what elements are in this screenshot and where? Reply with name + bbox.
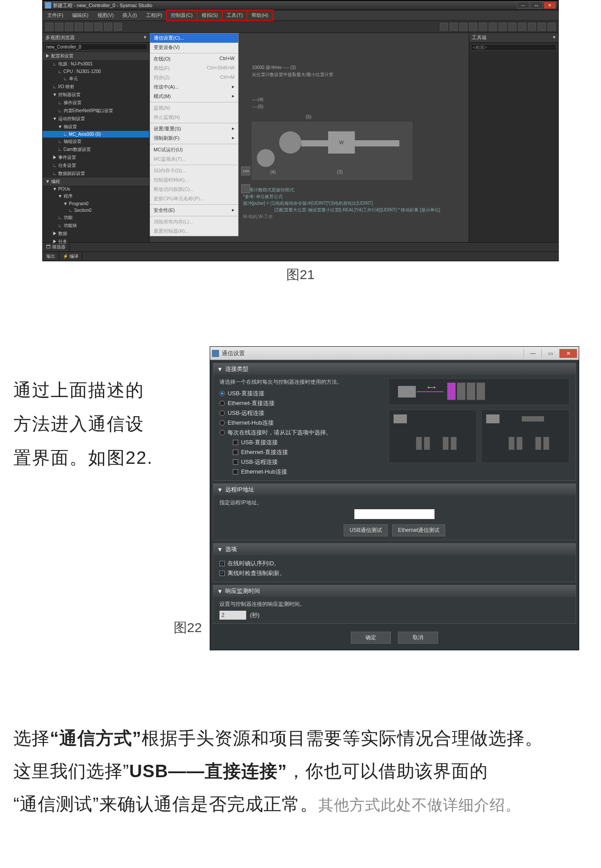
tree-motion[interactable]: ▼ 运动控制设置 (43, 115, 149, 123)
tree-tasks[interactable]: ▶ 任务 (43, 238, 149, 246)
panel-collapse-icon[interactable]: ▾ (553, 34, 556, 41)
toolbar-btn[interactable] (450, 23, 458, 31)
tree-power[interactable]: ∟ 电源 : NJ-Px3001 (43, 60, 149, 68)
tree-axisset[interactable]: ▼ 轴设置 (43, 123, 149, 131)
toolbar-btn[interactable] (538, 23, 546, 31)
menu-online[interactable]: 在线(O)Ctrl+W (150, 54, 238, 64)
toolbar-btn[interactable] (85, 23, 93, 31)
menu-insert[interactable]: 插入(I) (118, 10, 141, 20)
tree-cpu[interactable]: ∟ CPU : NJ301-1200 (43, 68, 149, 75)
check-usb-direct[interactable]: USB-直接连接 (233, 438, 380, 447)
tree-cam[interactable]: ∟ Cam数据设置 (43, 146, 149, 154)
toolbar-btn[interactable] (508, 23, 516, 31)
tree-eip[interactable]: ∟ 内置EtherNet/IP端口设置 (43, 107, 149, 115)
menu-transfer[interactable]: 传送中(A)...▸ (150, 82, 238, 92)
close-button[interactable]: ✕ (559, 349, 577, 358)
toolbar-btn[interactable] (479, 23, 487, 31)
radio-each-time[interactable]: 每次在线连接时，请从以下选项中选择。 (219, 428, 380, 438)
menu-change-device[interactable]: 变更设备(V) (150, 43, 238, 52)
toolbox-search[interactable] (471, 44, 556, 51)
close-button[interactable]: ✕ (544, 2, 556, 9)
menu-reset-ctrl: 重置控制器(R)... (150, 227, 238, 236)
tree-unit[interactable]: ∟ 单元 (43, 75, 149, 83)
toolbar-btn[interactable] (45, 23, 53, 31)
tree-config[interactable]: ▶ 配置和设置 (43, 52, 149, 60)
radio-usb-remote[interactable]: USB-远程连接 (219, 408, 380, 418)
toolbar-btn[interactable] (440, 23, 448, 31)
menu-simulation[interactable]: 模拟(S) (197, 10, 223, 20)
toolbar-btn[interactable] (459, 23, 467, 31)
ethernet-test-button[interactable]: Ethernet通信测试 (392, 524, 445, 536)
menu-comm-settings[interactable]: 通信设置(C)... (150, 33, 238, 43)
toolbar-btn[interactable] (499, 23, 507, 31)
tree-io[interactable]: ∟ I/O 映射 (43, 83, 149, 91)
toolbar-btn[interactable] (104, 23, 112, 31)
menu-file[interactable]: 文件(F) (43, 10, 68, 20)
sysmac-studio-window: 新建工程 - new_Controller_0 - Sysmac Studio … (42, 0, 559, 261)
menu-view[interactable]: 视图(V) (93, 10, 118, 20)
radio-eth-hub[interactable]: Ethernet-Hub连接 (219, 418, 380, 428)
check-confirm-serial[interactable]: 在线时确认序列ID。 (219, 559, 569, 568)
minimize-button[interactable]: — (524, 349, 541, 358)
toolbar-btn[interactable] (75, 23, 83, 31)
menu-mc-testrun[interactable]: MC试运行(U) (150, 145, 238, 154)
tree-event[interactable]: ▶ 事件设置 (43, 154, 149, 162)
menu-controller[interactable]: 控制器(C) (166, 10, 197, 20)
radio-usb-direct[interactable]: USB-直接连接 (219, 389, 380, 398)
menu-safety[interactable]: 安全性(E)▸ (150, 206, 238, 215)
menu-help[interactable]: 帮助(H) (247, 10, 272, 20)
toolbar-btn[interactable] (55, 23, 63, 31)
tree-axisgrp[interactable]: ∟ 轴组设置 (43, 138, 149, 146)
cancel-button[interactable]: 取消 (398, 632, 438, 644)
tree-pous[interactable]: ▼ POUs (43, 186, 149, 192)
maximize-button[interactable]: ▭ (530, 2, 543, 9)
tree-programming[interactable]: ▼ 编程 (43, 178, 149, 186)
toolbar (43, 21, 558, 33)
ip-info: 指定远程IP地址。 (219, 499, 569, 507)
toolbar-btn[interactable] (528, 23, 536, 31)
tree-program0[interactable]: ▼ Program0 (43, 200, 149, 207)
usb-test-button[interactable]: USB通信测试 (344, 524, 388, 536)
menu-tools[interactable]: 工具(T) (222, 10, 247, 20)
tree-data[interactable]: ▶ 数据 (43, 230, 149, 238)
tree-trace[interactable]: ∟ 数据跟踪设置 (43, 170, 149, 178)
tree-axis000[interactable]: ∟ MC_Axis000 (0) (43, 131, 149, 138)
toolbar-btn[interactable] (469, 23, 477, 31)
tab-output[interactable]: 输出 (43, 252, 59, 261)
minimize-button[interactable]: — (517, 2, 529, 9)
group-title: 响应监测时间 (225, 587, 260, 595)
tree-opset[interactable]: ∟ 操作设置 (43, 99, 149, 107)
response-time-input[interactable]: 2 (219, 611, 246, 620)
menu-set-reset[interactable]: 设置/重置(S)▸ (150, 124, 238, 134)
check-eth-direct[interactable]: Ethernet-直接连接 (233, 447, 380, 457)
toolbar-btn[interactable] (489, 23, 497, 31)
menu-project[interactable]: 工程(P) (142, 10, 167, 20)
check-force-refresh-offline[interactable]: 离线时检查强制刷新。 (219, 568, 569, 578)
toolbar-btn[interactable] (548, 23, 556, 31)
menu-edit[interactable]: 编辑(E) (68, 10, 93, 20)
toolbar-btn[interactable] (65, 23, 73, 31)
tab-compile[interactable]: ⚡ 编译 (59, 252, 82, 261)
check-usb-remote[interactable]: USB-远程连接 (233, 457, 380, 467)
tree-task[interactable]: ∟ 任务设置 (43, 162, 149, 170)
tree-ctrlset[interactable]: ▼ 控制器设置 (43, 91, 149, 99)
radio-eth-direct[interactable]: Ethernet-直接连接 (219, 398, 380, 408)
nav-icon[interactable] (241, 184, 250, 193)
tree-func[interactable]: ∟ 功能 (43, 214, 149, 222)
check-eth-hub[interactable]: Ethernet-Hub连接 (233, 467, 380, 477)
toolbar-btn[interactable] (518, 23, 526, 31)
controller-selector[interactable] (45, 44, 147, 50)
tree-programs[interactable]: ▼ 程序 (43, 192, 149, 200)
menu-mode[interactable]: 模式(M)▸ (150, 92, 238, 101)
tree-funcblk[interactable]: ∟ 功能块 (43, 222, 149, 230)
maximize-button[interactable]: ▭ (541, 349, 559, 358)
menu-force-refresh[interactable]: 强制刷新(F)▸ (150, 134, 238, 143)
toolbar-btn[interactable] (114, 23, 122, 31)
panel-close-icon[interactable]: ▾ (144, 34, 146, 41)
nav-icon-123[interactable]: 123 (241, 166, 250, 175)
chevron-down-icon: ▼ (217, 366, 223, 373)
ok-button[interactable]: 确定 (351, 632, 391, 644)
tree-section0[interactable]: ∟ Section0 (43, 207, 149, 214)
ip-input[interactable] (354, 509, 435, 519)
toolbar-btn[interactable] (94, 23, 102, 31)
